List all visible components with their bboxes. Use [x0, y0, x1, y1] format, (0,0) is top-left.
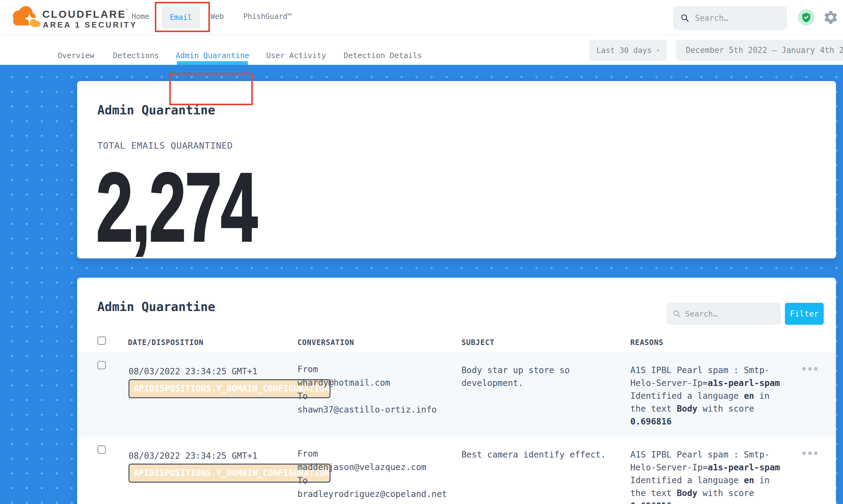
top-header: CLOUDFLARE' AREA 1 SECURITY Home Email W…: [0, 0, 843, 35]
column-header-conversation: CONVERSATION: [297, 338, 354, 347]
quarantine-table-card: Admin Quarantine Filter DATE/DISPOSITION…: [77, 278, 836, 504]
to-label: To: [297, 474, 461, 487]
date-range-display[interactable]: December 5th 2022 — January 4th 2023: [676, 40, 843, 60]
global-search[interactable]: [673, 6, 787, 30]
total-quarantined-label: TOTAL EMAILS QUARANTINED: [97, 140, 233, 151]
row-actions-button[interactable]: [796, 451, 824, 455]
summary-card-title: Admin Quarantine: [97, 103, 215, 117]
settings-gear-icon[interactable]: [823, 10, 838, 25]
table-row[interactable]: 08/03/2022 23:34:25 GMT+1 APIDISPOSITION…: [77, 437, 836, 504]
brand-trademark: ': [126, 8, 128, 14]
table-search[interactable]: [667, 303, 781, 325]
tab-user-activity[interactable]: User Activity: [266, 51, 326, 60]
date-disposition-cell: 08/03/2022 23:34:25 GMT+1 APIDISPOSITION…: [128, 437, 297, 504]
row-date: 08/03/2022 23:34:25 GMT+1: [128, 366, 257, 376]
subject-cell: Best camera identify effect.: [461, 448, 620, 461]
row-date: 08/03/2022 23:34:25 GMT+1: [128, 451, 257, 461]
search-icon: [681, 13, 689, 23]
to-address: shawn37@castillo-ortiz.info: [297, 403, 461, 416]
column-header-date: DATE/DISPOSITION: [128, 338, 204, 347]
table-header-row: DATE/DISPOSITION CONVERSATION SUBJECT RE…: [77, 327, 836, 352]
tab-overview[interactable]: Overview: [57, 51, 94, 60]
subject-cell: Body star up store so development.: [461, 364, 620, 390]
cloudflare-logo-icon: [11, 4, 41, 31]
from-address: maddenjason@velazquez.com: [297, 461, 461, 474]
nav-item-email[interactable]: Email: [161, 6, 200, 29]
total-quarantined-value: 2,274: [96, 158, 257, 256]
reasons-cell: A1S IPBL Pearl spam : Smtp-Helo-Server-I…: [630, 448, 783, 504]
chevron-down-icon: ▾: [656, 47, 660, 54]
search-icon: [673, 309, 681, 318]
summary-card: Admin Quarantine TOTAL EMAILS QUARANTINE…: [77, 81, 836, 258]
column-header-subject: SUBJECT: [461, 338, 494, 347]
date-range-dropdown[interactable]: Last 30 days ▾: [589, 40, 667, 60]
table-row[interactable]: 08/03/2022 23:34:25 GMT+1 APIDISPOSITION…: [77, 352, 836, 437]
shield-check-icon: [802, 13, 811, 22]
tab-admin-quarantine[interactable]: Admin Quarantine: [176, 51, 249, 60]
row-actions-button[interactable]: [796, 367, 824, 371]
dotted-background: Admin Quarantine TOTAL EMAILS QUARANTINE…: [0, 65, 843, 504]
row-checkbox[interactable]: [97, 361, 106, 370]
row-checkbox[interactable]: [97, 445, 106, 454]
conversation-cell: From maddenjason@velazquez.com To bradle…: [297, 447, 461, 501]
from-label: From: [297, 447, 461, 461]
date-disposition-cell: 08/03/2022 23:34:25 GMT+1 APIDISPOSITION…: [128, 352, 297, 437]
table-body: 08/03/2022 23:34:25 GMT+1 APIDISPOSITION…: [77, 352, 836, 504]
table-search-input[interactable]: [685, 309, 775, 318]
nav-item-phishguard[interactable]: PhishGuard™: [243, 12, 292, 21]
tab-detection-details[interactable]: Detection Details: [344, 51, 422, 60]
conversation-cell: From whardy@hotmail.com To shawn37@casti…: [297, 363, 461, 416]
select-all-checkbox[interactable]: [97, 337, 106, 345]
table-card-title: Admin Quarantine: [97, 300, 215, 314]
brand-name: CLOUDFLARE': [42, 8, 128, 20]
nav-item-home[interactable]: Home: [131, 12, 149, 21]
from-address: whardy@hotmail.com: [297, 376, 461, 390]
active-tab-underline: [177, 61, 248, 65]
column-header-reasons: REASONS: [630, 338, 663, 347]
to-label: To: [297, 390, 461, 403]
protection-status-badge[interactable]: [798, 9, 814, 26]
tab-detections[interactable]: Detections: [113, 51, 159, 60]
global-search-input[interactable]: [695, 14, 780, 23]
screen: CLOUDFLARE' AREA 1 SECURITY Home Email W…: [0, 0, 843, 504]
from-label: From: [297, 363, 461, 376]
filter-button[interactable]: Filter: [785, 303, 824, 325]
brand-subtitle: AREA 1 SECURITY: [43, 20, 137, 30]
nav-item-web[interactable]: Web: [211, 12, 224, 21]
reasons-cell: A1S IPBL Pearl spam : Smtp-Helo-Server-I…: [630, 364, 783, 428]
email-subnav: Overview Detections Admin Quarantine Use…: [0, 35, 843, 65]
to-address: bradleyrodriguez@copeland.net: [297, 487, 461, 501]
